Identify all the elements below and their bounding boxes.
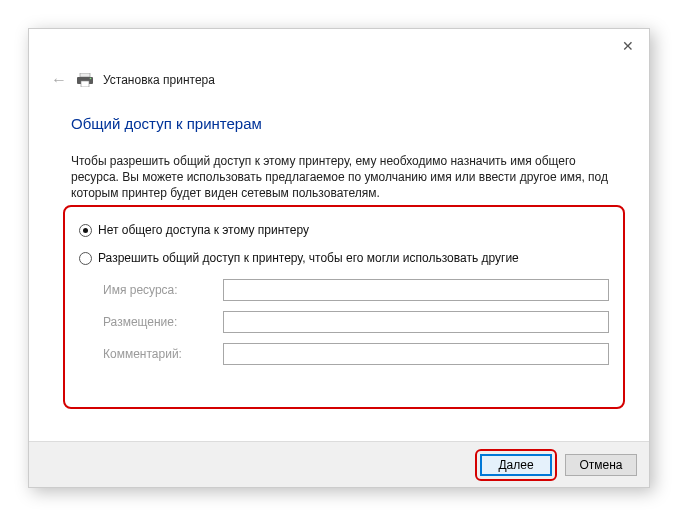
share-name-label: Имя ресурса: (103, 283, 223, 297)
sharing-options-group: Нет общего доступа к этому принтеру Разр… (63, 205, 625, 409)
radio-no-sharing[interactable]: Нет общего доступа к этому принтеру (79, 223, 609, 237)
back-arrow-icon (51, 71, 67, 89)
page-description: Чтобы разрешить общий доступ к этому при… (71, 153, 619, 202)
install-printer-dialog: Установка принтера Общий доступ к принте… (28, 28, 650, 488)
svg-rect-0 (80, 73, 90, 77)
share-name-row: Имя ресурса: (103, 279, 609, 301)
close-icon[interactable] (621, 39, 635, 53)
svg-rect-2 (81, 81, 89, 87)
radio-share-label: Разрешить общий доступ к принтеру, чтобы… (98, 251, 519, 265)
svg-point-3 (90, 78, 92, 80)
comment-label: Комментарий: (103, 347, 223, 361)
radio-share[interactable]: Разрешить общий доступ к принтеру, чтобы… (79, 251, 609, 265)
location-label: Размещение: (103, 315, 223, 329)
radio-icon[interactable] (79, 252, 92, 265)
location-input[interactable] (223, 311, 609, 333)
radio-icon[interactable] (79, 224, 92, 237)
next-button[interactable]: Далее (480, 454, 552, 476)
printer-icon (77, 73, 93, 87)
comment-row: Комментарий: (103, 343, 609, 365)
button-bar: Далее Отмена (29, 441, 649, 487)
cancel-button[interactable]: Отмена (565, 454, 637, 476)
dialog-title: Установка принтера (103, 73, 215, 87)
location-row: Размещение: (103, 311, 609, 333)
share-name-input[interactable] (223, 279, 609, 301)
comment-input[interactable] (223, 343, 609, 365)
dialog-header: Установка принтера (51, 71, 215, 89)
page-title: Общий доступ к принтерам (71, 115, 262, 132)
radio-no-sharing-label: Нет общего доступа к этому принтеру (98, 223, 309, 237)
next-button-highlight: Далее (475, 449, 557, 481)
share-fields: Имя ресурса: Размещение: Комментарий: (103, 279, 609, 365)
